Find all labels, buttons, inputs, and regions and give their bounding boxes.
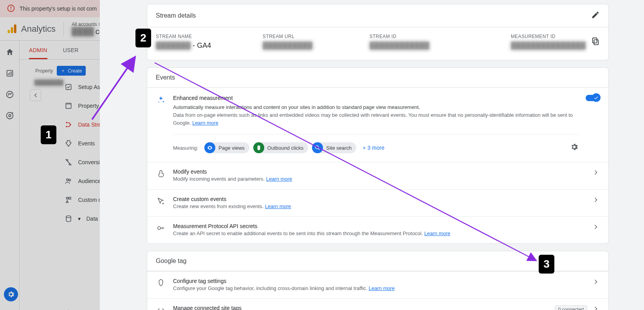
chevron-right-icon <box>592 223 600 231</box>
row-title: Measurement Protocol API secrets <box>173 223 585 229</box>
row-title: Modify events <box>173 169 585 175</box>
chevron-right-icon <box>592 196 600 204</box>
learn-more-link[interactable]: Learn more <box>265 203 291 209</box>
svg-point-28 <box>158 227 161 229</box>
em-learn-more-link[interactable]: Learn more <box>192 120 218 126</box>
svg-rect-25 <box>593 38 597 43</box>
stream-details-panel: Stream details STREAM NAME ███████ - GA4… <box>100 0 644 310</box>
annotation-number: 1 <box>41 125 56 144</box>
row-desc: Modify incoming events and parameters. <box>173 176 266 182</box>
card-title: Google tag <box>156 257 186 265</box>
mp-api-secrets-row[interactable]: Measurement Protocol API secrets Create … <box>147 216 608 243</box>
chip-label: Outbound clicks <box>267 145 304 151</box>
chip-page-views: Page views <box>204 142 249 153</box>
create-custom-events-row[interactable]: Create custom events Create new events f… <box>147 189 608 216</box>
chip-outbound-clicks: Outbound clicks <box>253 142 308 153</box>
stream-id-label: STREAM ID <box>370 34 473 39</box>
connect-icon <box>156 305 166 310</box>
row-title: Create custom events <box>173 196 585 202</box>
annotation-number: 2 <box>135 29 151 47</box>
row-desc: Create new events from existing events. <box>173 203 265 209</box>
annotation-marker-2: 2 <box>135 29 151 47</box>
chevron-right-icon <box>592 278 600 286</box>
configure-tag-settings-row[interactable]: Configure tag settings Configure your Go… <box>147 271 608 298</box>
measurement-id-blur: ███████████████ <box>511 42 586 49</box>
tag-icon <box>156 278 166 287</box>
em-desc-text: Data from on-page elements such as links… <box>173 112 573 126</box>
stream-url-label: STREAM URL <box>263 34 366 39</box>
sparkle-icon <box>156 95 166 104</box>
chip-label: Site search <box>326 145 352 151</box>
annotation-marker-1: 1 <box>41 125 56 144</box>
stream-name-label: STREAM NAME <box>156 34 259 39</box>
search-icon <box>312 142 323 153</box>
svg-rect-26 <box>257 145 260 150</box>
measurement-id-label: MEASUREMENT ID <box>511 34 586 39</box>
connected-count-badge: 0 connected <box>555 305 587 310</box>
learn-more-link[interactable]: Learn more <box>369 285 395 291</box>
stream-url-blur: ██████████ <box>263 42 313 49</box>
card-title: Stream details <box>156 12 196 19</box>
row-desc: Configure your Google tag behavior, incl… <box>173 285 369 291</box>
more-chips-link[interactable]: + 3 more <box>363 145 384 151</box>
svg-rect-24 <box>594 40 598 45</box>
cursor-sparkle-icon <box>156 196 166 205</box>
row-title: Configure tag settings <box>173 278 585 284</box>
measuring-label: Measuring: <box>173 145 198 151</box>
enhanced-measurement-settings-button[interactable] <box>570 143 579 153</box>
stream-name-blur: ███████ <box>156 42 191 49</box>
annotation-marker-3: 3 <box>539 255 554 274</box>
eye-icon <box>204 142 215 153</box>
row-title: Manage connected site tags <box>173 305 548 310</box>
learn-more-link[interactable]: Learn more <box>266 176 292 182</box>
copy-measurement-id-button[interactable] <box>591 37 600 47</box>
chip-site-search: Site search <box>312 142 356 153</box>
learn-more-link[interactable]: Learn more <box>424 230 450 236</box>
touch-icon <box>156 169 166 178</box>
key-icon <box>156 223 166 232</box>
edit-stream-button[interactable] <box>591 11 600 21</box>
mouse-icon <box>253 142 264 153</box>
svg-point-27 <box>316 146 319 149</box>
card-title: Events <box>156 74 175 81</box>
stream-id-blur: ████████████ <box>370 42 429 49</box>
enhanced-measurement-toggle[interactable] <box>586 95 600 101</box>
chip-label: Page views <box>218 145 244 151</box>
manage-connected-tags-row[interactable]: Manage connected site tags Load tags for… <box>147 298 608 310</box>
chevron-right-icon <box>592 305 600 310</box>
stream-details-card: Stream details STREAM NAME ███████ - GA4… <box>147 4 609 60</box>
enhanced-measurement-title: Enhanced measurement <box>173 95 579 101</box>
em-desc-bold: Automatically measure interactions and c… <box>173 104 420 110</box>
stream-name-value: - GA4 <box>191 42 211 49</box>
row-desc: Create an API secret to enable additiona… <box>173 230 424 236</box>
modify-events-row[interactable]: Modify events Modify incoming events and… <box>147 162 608 189</box>
chevron-right-icon <box>592 169 600 176</box>
annotation-number: 3 <box>539 255 554 274</box>
events-card: Events Enhanced measurement Automaticall… <box>147 67 609 244</box>
